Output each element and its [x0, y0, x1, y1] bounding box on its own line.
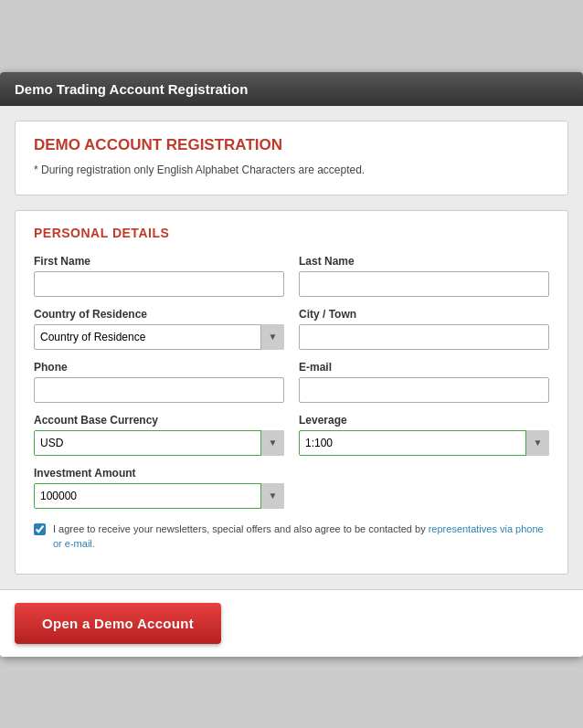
city-input[interactable] [299, 324, 549, 350]
leverage-select-wrapper: 1:100 1:200 1:500 [299, 430, 549, 456]
currency-select-wrapper: USD EUR GBP [34, 430, 284, 456]
city-group: City / Town [299, 308, 549, 350]
info-box-subtitle-text: * During registration only English Alpha… [34, 164, 365, 176]
investment-label: Investment Amount [34, 467, 284, 480]
last-name-group: Last Name [299, 255, 549, 297]
button-bar: Open a Demo Account [0, 589, 583, 657]
first-name-input[interactable] [34, 271, 284, 297]
country-group: Country of Residence Country of Residenc… [34, 308, 284, 350]
email-group: E-mail [299, 361, 549, 403]
investment-row: Investment Amount 100000 50000 10000 [34, 467, 549, 509]
investment-select-wrapper: 100000 50000 10000 [34, 483, 284, 509]
city-label: City / Town [299, 308, 549, 321]
leverage-label: Leverage [299, 414, 549, 427]
agree-checkbox[interactable] [34, 523, 46, 535]
investment-group: Investment Amount 100000 50000 10000 [34, 467, 284, 509]
content-area: DEMO ACCOUNT REGISTRATION * During regis… [0, 106, 583, 589]
last-name-input[interactable] [299, 271, 549, 297]
agree-link: representatives via phone or e-mail. [53, 523, 544, 550]
form-section: PERSONAL DETAILS First Name Last Name Co… [15, 210, 568, 575]
currency-group: Account Base Currency USD EUR GBP [34, 414, 284, 456]
investment-select[interactable]: 100000 50000 10000 [34, 483, 284, 509]
currency-select[interactable]: USD EUR GBP [34, 430, 284, 456]
agree-label: I agree to receive your newsletters, spe… [53, 522, 549, 552]
currency-leverage-row: Account Base Currency USD EUR GBP Levera… [34, 414, 549, 456]
main-window: Demo Trading Account Registration DEMO A… [0, 72, 583, 657]
phone-email-row: Phone E-mail [34, 361, 549, 403]
currency-label: Account Base Currency [34, 414, 284, 427]
phone-input[interactable] [34, 377, 284, 403]
title-bar-label: Demo Trading Account Registration [15, 81, 248, 97]
email-input[interactable] [299, 377, 549, 403]
leverage-select[interactable]: 1:100 1:200 1:500 [299, 430, 549, 456]
info-box-subtitle: * During registration only English Alpha… [34, 164, 549, 176]
country-label: Country of Residence [34, 308, 284, 321]
open-demo-button[interactable]: Open a Demo Account [15, 603, 221, 644]
leverage-group: Leverage 1:100 1:200 1:500 [299, 414, 549, 456]
phone-label: Phone [34, 361, 284, 374]
first-name-group: First Name [34, 255, 284, 297]
country-city-row: Country of Residence Country of Residenc… [34, 308, 549, 350]
section-title: PERSONAL DETAILS [34, 226, 549, 240]
info-box-title: DEMO ACCOUNT REGISTRATION [34, 136, 549, 154]
phone-group: Phone [34, 361, 284, 403]
first-name-label: First Name [34, 255, 284, 268]
name-row: First Name Last Name [34, 255, 549, 297]
info-box: DEMO ACCOUNT REGISTRATION * During regis… [15, 121, 568, 195]
last-name-label: Last Name [299, 255, 549, 268]
country-select-wrapper: Country of Residence [34, 324, 284, 350]
email-label: E-mail [299, 361, 549, 374]
title-bar: Demo Trading Account Registration [0, 72, 583, 106]
country-select[interactable]: Country of Residence [34, 324, 284, 350]
agree-checkbox-row: I agree to receive your newsletters, spe… [34, 522, 549, 552]
